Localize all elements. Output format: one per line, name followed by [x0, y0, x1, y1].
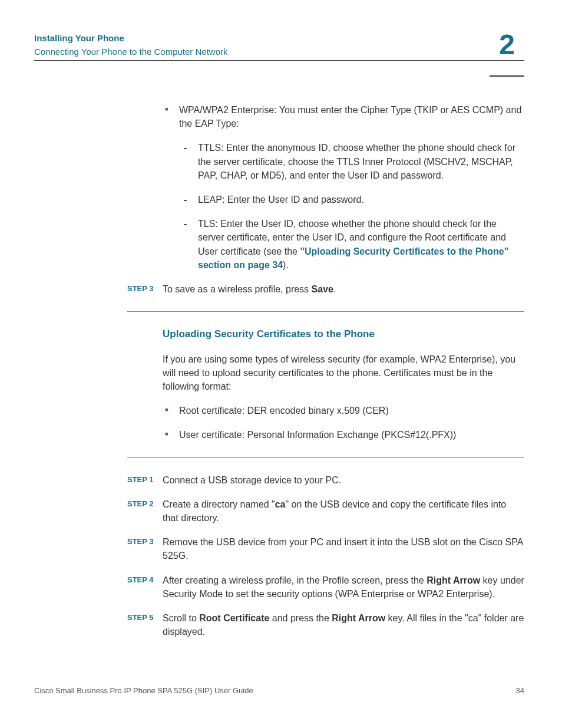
user-cert-item: User certificate: Personal Information E…: [163, 428, 524, 442]
step-body: Create a directory named "ca" on the USB…: [163, 498, 524, 525]
wpa-bullet-list: WPA/WPA2 Enterprise: You must enter the …: [163, 103, 524, 272]
step-label: STEP 5: [127, 611, 163, 638]
step-label: STEP 4: [127, 574, 163, 601]
right-arrow-bold2: Right Arrow: [332, 613, 385, 623]
upload-intro: If you are using some types of wireless …: [163, 353, 524, 394]
step-3b-row: STEP 3 Remove the USB device from your P…: [127, 535, 524, 562]
steps-divider: [127, 457, 524, 458]
step-2-row: STEP 2 Create a directory named "ca" on …: [127, 498, 524, 525]
step-1-row: STEP 1 Connect a USB storage device to y…: [127, 473, 524, 487]
page-footer: Cisco Small Business Pro IP Phone SPA 52…: [34, 686, 524, 695]
s2-a: Create a directory named ": [163, 499, 275, 509]
step-5-row: STEP 5 Scroll to Root Certificate and pr…: [127, 611, 524, 638]
root-cert-item: Root certificate: DER encoded binary x.5…: [163, 404, 524, 417]
step-4-row: STEP 4 After creating a wireless profile…: [127, 574, 524, 601]
footer-guide-name: Cisco Small Business Pro IP Phone SPA 52…: [34, 686, 253, 695]
s5-b: and press the: [269, 613, 332, 623]
tls-item: TLS: Enter the User ID, choose whether t…: [179, 217, 524, 272]
step-body: Connect a USB storage device to your PC.: [163, 473, 524, 487]
step-label: STEP 3: [127, 535, 163, 562]
section-divider: [127, 311, 524, 312]
header-rule: [34, 60, 524, 61]
step-label: STEP 3: [127, 282, 163, 296]
page-header: Installing Your Phone Connecting Your Ph…: [34, 33, 524, 85]
footer-page-number: 34: [516, 686, 524, 695]
step-label: STEP 2: [127, 498, 163, 525]
s4-a: After creating a wireless profile, in th…: [163, 575, 427, 585]
chapter-number: 2: [490, 27, 524, 77]
step3-b: .: [333, 284, 336, 294]
cert-format-list: Root certificate: DER encoded binary x.5…: [163, 404, 524, 442]
ca-bold: ca: [275, 499, 286, 509]
step-body: Scroll to Root Certificate and press the…: [163, 611, 524, 638]
step-body: Remove the USB device from your PC and i…: [163, 535, 524, 562]
upload-heading: Uploading Security Certificates to the P…: [163, 327, 524, 342]
eap-list: TTLS: Enter the anonymous ID, choose whe…: [179, 141, 524, 272]
step-body: To save as a wireless profile, press Sav…: [163, 282, 524, 296]
ttls-item: TTLS: Enter the anonymous ID, choose whe…: [179, 141, 524, 182]
step-3-row: STEP 3 To save as a wireless profile, pr…: [127, 282, 524, 296]
tls-text-b: ).: [283, 260, 289, 270]
step-body: After creating a wireless profile, in th…: [163, 574, 524, 601]
step3-a: To save as a wireless profile, press: [163, 284, 312, 294]
save-bold: Save: [312, 284, 333, 294]
header-subtitle: Connecting Your Phone to the Computer Ne…: [34, 47, 524, 57]
step-label: STEP 1: [127, 473, 163, 487]
wpa-intro-text: WPA/WPA2 Enterprise: You must enter the …: [179, 105, 521, 129]
page-content: WPA/WPA2 Enterprise: You must enter the …: [34, 85, 524, 638]
right-arrow-bold: Right Arrow: [427, 575, 480, 585]
root-cert-bold: Root Certificate: [199, 613, 269, 623]
s5-a: Scroll to: [163, 613, 199, 623]
header-title: Installing Your Phone: [34, 33, 524, 43]
leap-item: LEAP: Enter the User ID and password.: [179, 193, 524, 206]
wpa-item: WPA/WPA2 Enterprise: You must enter the …: [163, 103, 524, 272]
